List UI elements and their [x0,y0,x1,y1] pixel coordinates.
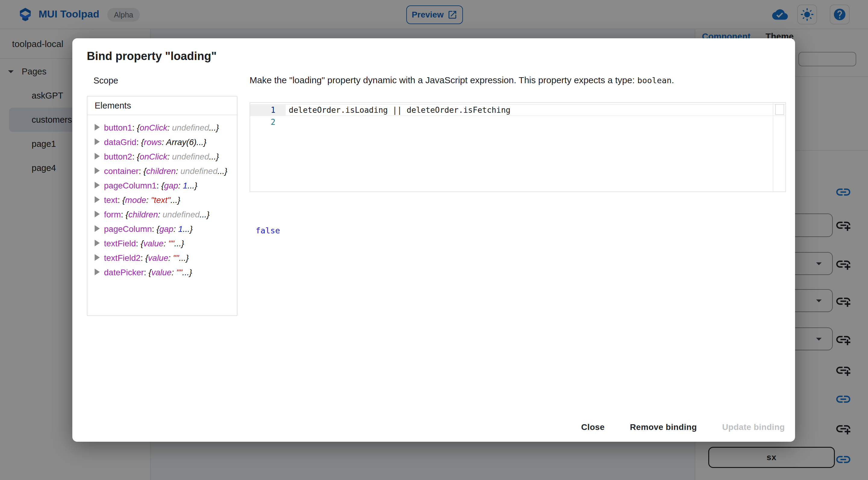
expand-arrow-icon [95,240,100,246]
brace-close: ...} [183,224,193,234]
element-props: {onClick: undefined...} [137,152,219,161]
element-props: {children: undefined...} [126,210,210,219]
expand-arrow-icon [95,139,100,145]
element-props: {onClick: undefined...} [137,123,219,132]
brace-open: { [141,239,143,248]
element-props: {value: ""...} [145,253,189,263]
prop-sep: : [146,196,151,205]
prop-key: mode [125,196,146,205]
expand-arrow-icon [95,153,100,159]
tree-item[interactable]: form: {children: undefined...} [95,207,231,222]
element-name: container [104,167,138,176]
brace-open: { [156,224,159,234]
close-button[interactable]: Close [579,419,607,435]
element-colon: : [132,152,137,161]
prop-value: "" [173,253,179,263]
element-name: pageColumn [104,224,152,234]
line-number: 1 [250,104,286,116]
prop-sep: : [167,152,172,161]
tree-item[interactable]: textField2: {value: ""...} [95,251,231,265]
element-name: button1 [104,123,132,132]
element-name: text [104,196,118,205]
code-line [286,116,785,128]
prop-sep: : [178,181,183,190]
element-colon: : [152,224,157,234]
brace-open: { [126,210,128,219]
tree-item[interactable]: button1: {onClick: undefined...} [95,121,231,135]
element-props: {children: undefined...} [144,167,227,176]
brace-open: { [144,167,146,176]
element-colon: : [156,181,161,190]
prop-sep: : [172,268,176,277]
prop-key: onClick [140,152,167,161]
tree-item[interactable]: container: {children: undefined...} [95,164,231,179]
prop-sep: : [161,138,166,147]
tree-item[interactable]: button2: {onClick: undefined...} [95,150,231,164]
update-binding-button: Update binding [720,419,786,435]
prop-key: onClick [140,123,167,132]
element-name: textField2 [104,253,141,263]
remove-binding-button[interactable]: Remove binding [628,419,699,435]
prop-value: undefined [163,210,200,219]
description-period: . [672,75,674,85]
element-colon: : [136,138,141,147]
scope-explorer: Elements button1: {onClick: undefined...… [87,96,238,316]
brace-open: { [122,196,125,205]
element-props: {gap: 1...} [156,224,193,234]
element-name: form [104,210,121,219]
prop-value: 1 [183,181,188,190]
element-props: {mode: "text"...} [122,196,181,205]
evaluated-result: false [255,226,280,235]
prop-value: 1 [178,224,183,234]
brace-open: { [137,123,140,132]
elements-tree: button1: {onClick: undefined...} dataGri… [87,115,237,280]
brace-close: ...} [179,253,189,263]
prop-value: undefined [181,167,218,176]
brace-close: ...} [200,210,210,219]
expand-arrow-icon [95,167,100,174]
js-expression-editor[interactable]: 1 deleteOrder.isLoading || deleteOrder.i… [250,102,786,192]
element-name: dataGrid [104,138,136,147]
brace-close: ...} [218,167,227,176]
element-props: {gap: 1...} [161,181,197,190]
prop-key: value [151,268,172,277]
prop-key: value [144,239,164,248]
prop-sep: : [158,210,163,219]
prop-value: Array(6) [166,138,196,147]
brace-close: ...} [182,268,192,277]
brace-close: ...} [170,196,181,205]
element-colon: : [141,253,145,263]
element-colon: : [136,239,141,248]
element-name: button2 [104,152,132,161]
brace-open: { [137,152,140,161]
expand-arrow-icon [95,124,100,130]
tree-item[interactable]: textField: {value: ""...} [95,236,231,251]
prop-value: "" [168,239,174,248]
editor-line: 1 deleteOrder.isLoading || deleteOrder.i… [250,104,785,116]
prop-key: gap [159,224,174,234]
dialog-title: Bind property "loading" [87,50,217,63]
element-colon: : [144,268,149,277]
scope-label: Scope [93,76,118,86]
brace-open: { [141,138,144,147]
prop-sep: : [173,224,178,234]
tree-item[interactable]: datePicker: {value: ""...} [95,265,231,280]
line-number: 2 [250,116,286,128]
element-props: {rows: Array(6)...} [141,138,207,147]
expand-arrow-icon [95,211,100,217]
dialog-description: Make the "loading" property dynamic with… [250,75,792,85]
dialog-actions: Close Remove binding Update binding [579,419,786,435]
tree-item[interactable]: pageColumn: {gap: 1...} [95,222,231,236]
prop-sep: : [176,167,181,176]
code-line: deleteOrder.isLoading || deleteOrder.isF… [286,104,785,116]
brace-close: ...} [209,123,219,132]
brace-open: { [149,268,151,277]
expand-arrow-icon [95,182,100,188]
expand-arrow-icon [95,196,100,203]
bind-property-dialog: Bind property "loading" Scope Elements b… [72,38,795,442]
tree-item[interactable]: text: {mode: "text"...} [95,193,231,207]
tree-item[interactable]: dataGrid: {rows: Array(6)...} [95,135,231,150]
element-name: pageColumn1 [104,181,156,190]
prop-value: "text" [151,196,170,205]
tree-item[interactable]: pageColumn1: {gap: 1...} [95,179,231,193]
